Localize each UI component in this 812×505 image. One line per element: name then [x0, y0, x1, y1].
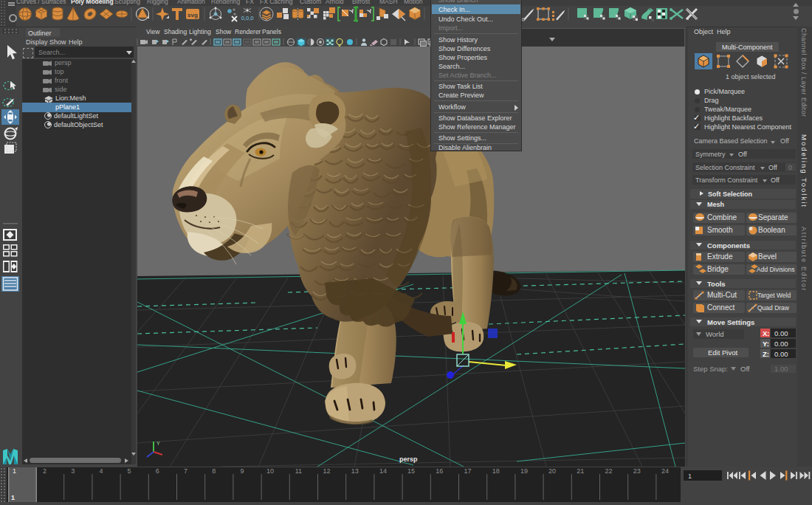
svg-text:Bevel: Bevel [758, 252, 777, 261]
svg-text:0.00: 0.00 [774, 329, 788, 337]
svg-text:Move Settings: Move Settings [707, 318, 754, 326]
svg-text:1: 1 [13, 467, 16, 475]
svg-text:0.00: 0.00 [774, 350, 788, 358]
svg-text:Off: Off [740, 365, 750, 373]
svg-text:12: 12 [323, 467, 330, 475]
svg-text:Bridge: Bridge [707, 265, 729, 273]
svg-text:5: 5 [128, 467, 131, 475]
svg-text:Smooth: Smooth [707, 226, 732, 234]
svg-text:3: 3 [71, 467, 75, 475]
svg-text:7: 7 [184, 467, 187, 475]
svg-text:Components: Components [707, 241, 750, 250]
svg-text:Tools: Tools [707, 280, 726, 288]
svg-text:15: 15 [407, 467, 415, 475]
svg-text:1.00: 1.00 [774, 365, 788, 373]
svg-text:Extrude: Extrude [707, 252, 733, 261]
svg-text:Quad Draw: Quad Draw [757, 304, 790, 312]
svg-text:18: 18 [492, 467, 500, 475]
svg-text:23: 23 [633, 467, 641, 475]
svg-text:Target Weld: Target Weld [757, 292, 791, 299]
svg-text:22: 22 [605, 467, 612, 475]
svg-text:19: 19 [520, 467, 528, 475]
svg-text:13: 13 [351, 467, 359, 475]
svg-text:6: 6 [156, 467, 159, 475]
svg-text:Y: Y [156, 441, 160, 446]
svg-text:1: 1 [11, 494, 15, 501]
svg-text:9: 9 [240, 467, 244, 475]
svg-text:17: 17 [464, 467, 471, 475]
svg-text:8: 8 [212, 467, 216, 475]
svg-text:4: 4 [99, 467, 103, 475]
svg-text:24: 24 [661, 467, 669, 475]
svg-text:Step Snap:: Step Snap: [693, 365, 728, 373]
svg-text:Y:: Y: [763, 340, 769, 348]
svg-text:2: 2 [43, 467, 47, 475]
svg-text:16: 16 [436, 467, 443, 475]
svg-text:Boolean: Boolean [758, 226, 785, 234]
svg-text:Multi-Cut: Multi-Cut [707, 291, 737, 299]
svg-text:Z:: Z: [763, 350, 769, 358]
svg-text:1: 1 [688, 473, 692, 480]
svg-text:10: 10 [266, 467, 274, 475]
svg-text:Edit Pivot: Edit Pivot [708, 348, 737, 357]
svg-text:Separate: Separate [758, 213, 788, 221]
svg-text:20: 20 [548, 467, 556, 475]
svg-text:X:: X: [763, 329, 770, 337]
svg-text:0,0,0: 0,0,0 [241, 15, 254, 21]
svg-text:Connect: Connect [707, 303, 734, 312]
svg-text:svg: svg [187, 12, 198, 18]
svg-text:11: 11 [295, 467, 302, 475]
svg-text:21: 21 [577, 467, 584, 475]
svg-text:World: World [706, 330, 724, 338]
svg-text:0.00: 0.00 [774, 340, 788, 348]
svg-text:14: 14 [379, 467, 387, 475]
svg-text:Combine: Combine [707, 213, 737, 221]
svg-text:Add Divisions: Add Divisions [757, 266, 795, 273]
